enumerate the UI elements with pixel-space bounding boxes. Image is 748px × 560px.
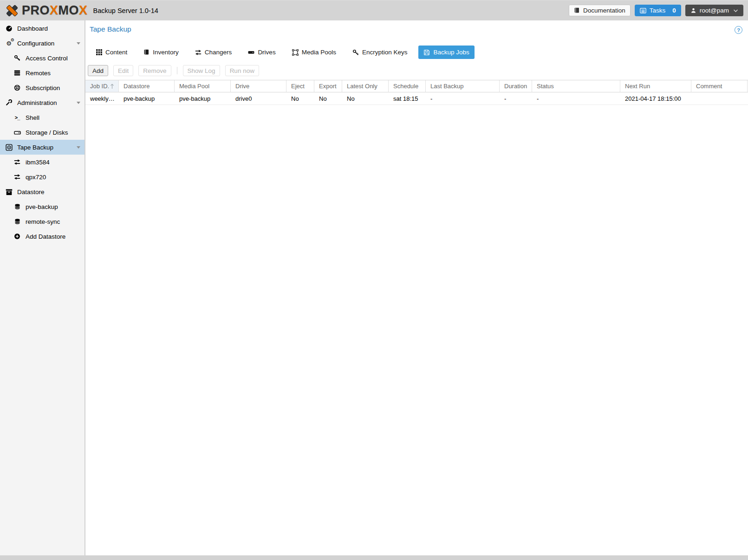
sidebar-item-label: remote-sync — [26, 218, 60, 225]
sidebar-item-subscription[interactable]: Subscription — [0, 80, 85, 95]
tasks-button[interactable]: Tasks 0 — [635, 5, 681, 16]
column-header-export[interactable]: Export — [314, 80, 342, 92]
cell-comment — [691, 92, 748, 104]
column-header-comment[interactable]: Comment — [691, 80, 748, 92]
column-header-media-pool[interactable]: Media Pool — [175, 80, 231, 92]
book-icon — [143, 49, 150, 55]
plus-circle-icon — [13, 233, 21, 240]
terminal-icon: >_ — [13, 115, 21, 120]
sidebar-item-remote-sync[interactable]: remote-sync — [0, 214, 85, 229]
hdd-icon — [13, 129, 21, 136]
cell-media-pool: pve-backup — [175, 92, 231, 104]
task-list-icon — [640, 7, 646, 14]
tab-changers[interactable]: Changers — [190, 46, 237, 59]
column-header-duration[interactable]: Duration — [500, 80, 532, 92]
column-header-drive[interactable]: Drive — [231, 80, 286, 92]
proxmox-x-icon — [5, 3, 20, 18]
column-header-datastore[interactable]: Datastore — [119, 80, 175, 92]
sidebar-item-label: Storage / Disks — [26, 129, 68, 136]
database-icon — [13, 203, 21, 210]
database-icon — [13, 218, 21, 225]
sidebar-item-label: Shell — [26, 114, 39, 121]
sidebar-item-add-datastore[interactable]: Add Datastore — [0, 229, 85, 244]
tab-backup-jobs[interactable]: Backup Jobs — [418, 46, 474, 59]
user-icon — [690, 7, 696, 13]
remove-button[interactable]: Remove — [138, 65, 171, 76]
sidebar-item-label: Access Control — [26, 55, 68, 62]
cell-drive: drive0 — [231, 92, 286, 104]
sidebar-item-datastore[interactable]: Datastore — [0, 184, 85, 199]
sidebar-item-configuration[interactable]: ⚙⚙ Configuration — [0, 36, 85, 51]
show-log-button[interactable]: Show Log — [183, 65, 220, 76]
archive-box-icon — [5, 189, 13, 195]
sidebar: Dashboard ⚙⚙ Configuration Access Contro… — [0, 20, 85, 555]
cell-schedule: sat 18:15 — [389, 92, 426, 104]
documentation-label: Documentation — [583, 7, 625, 14]
logo-wordmark: PROXMOX — [22, 3, 88, 18]
chevron-down-icon — [733, 9, 738, 13]
tab-label: Content — [105, 49, 127, 56]
grid-icon — [96, 49, 102, 55]
sort-ascending-icon — [110, 84, 114, 89]
cell-eject: No — [286, 92, 314, 104]
tab-content[interactable]: Content — [91, 46, 132, 59]
caret-down-icon[interactable] — [77, 146, 80, 149]
toolbar-separator — [177, 67, 177, 74]
sidebar-item-shell[interactable]: >_ Shell — [0, 110, 85, 125]
column-header-schedule[interactable]: Schedule — [389, 80, 426, 92]
key-icon — [352, 49, 359, 56]
tab-inventory[interactable]: Inventory — [138, 46, 184, 59]
help-button[interactable]: ? — [735, 26, 742, 34]
exchange-arrows-icon — [195, 49, 202, 56]
sidebar-item-label: pve-backup — [26, 203, 58, 210]
product-version-label: Backup Server 1.0-14 — [93, 7, 158, 14]
tab-media-pools[interactable]: Media Pools — [287, 46, 341, 59]
column-header-eject[interactable]: Eject — [286, 80, 314, 92]
sidebar-item-label: Configuration — [17, 40, 54, 47]
column-header-last-backup[interactable]: Last Backup — [426, 80, 500, 92]
tasks-count-badge: 0 — [672, 7, 676, 14]
exchange-arrows-icon — [13, 174, 21, 180]
tasks-label: Tasks — [650, 7, 666, 14]
tab-encryption-keys[interactable]: Encryption Keys — [347, 46, 413, 59]
cell-status: - — [532, 92, 620, 104]
column-header-job-id[interactable]: Job ID. — [85, 80, 119, 92]
page-title: Tape Backup — [90, 25, 131, 33]
sidebar-item-label: ibm3584 — [26, 159, 50, 166]
run-now-button[interactable]: Run now — [225, 65, 259, 76]
sidebar-item-dashboard[interactable]: Dashboard — [0, 21, 85, 36]
sidebar-item-qpx720[interactable]: qpx720 — [0, 169, 85, 184]
caret-down-icon[interactable] — [77, 42, 80, 45]
tab-label: Drives — [258, 49, 275, 56]
sidebar-item-pve-backup[interactable]: pve-backup — [0, 199, 85, 214]
sidebar-item-storage-disks[interactable]: Storage / Disks — [0, 125, 85, 140]
cell-export: No — [314, 92, 342, 104]
column-header-status[interactable]: Status — [532, 80, 620, 92]
column-header-next-run[interactable]: Next Run — [620, 80, 691, 92]
dashboard-icon — [5, 25, 13, 32]
tab-label: Changers — [205, 49, 232, 56]
sidebar-item-ibm3584[interactable]: ibm3584 — [0, 155, 85, 169]
toolbar: Add Edit Remove Show Log Run now — [88, 65, 748, 76]
proxmox-logo: PROXMOX — [5, 3, 88, 18]
documentation-button[interactable]: Documentation — [569, 5, 631, 16]
sidebar-item-tape-backup[interactable]: Tape Backup — [0, 140, 85, 155]
app-header: PROXMOX Backup Server 1.0-14 Documentati… — [0, 0, 748, 20]
cell-datastore: pve-backup — [119, 92, 175, 104]
tape-drive-icon — [5, 144, 13, 151]
sidebar-item-remotes[interactable]: Remotes — [0, 65, 85, 80]
sidebar-item-access-control[interactable]: Access Control — [0, 51, 85, 65]
tab-drives[interactable]: Drives — [243, 46, 280, 59]
caret-down-icon[interactable] — [77, 102, 80, 104]
user-menu-button[interactable]: root@pam — [685, 5, 743, 16]
sidebar-item-administration[interactable]: Administration — [0, 95, 85, 110]
object-group-icon — [292, 49, 299, 56]
edit-button[interactable]: Edit — [113, 65, 133, 76]
tab-bar: Content Inventory Changers Drives Media … — [91, 46, 748, 59]
table-header-row: Job ID. Datastore Media Pool Drive Eject… — [85, 80, 748, 92]
table-row[interactable]: weekly… pve-backup pve-backup drive0 No … — [85, 92, 748, 105]
add-button[interactable]: Add — [88, 65, 108, 76]
cell-job-id: weekly… — [85, 92, 119, 104]
sidebar-item-label: qpx720 — [26, 174, 46, 181]
column-header-latest-only[interactable]: Latest Only — [342, 80, 389, 92]
